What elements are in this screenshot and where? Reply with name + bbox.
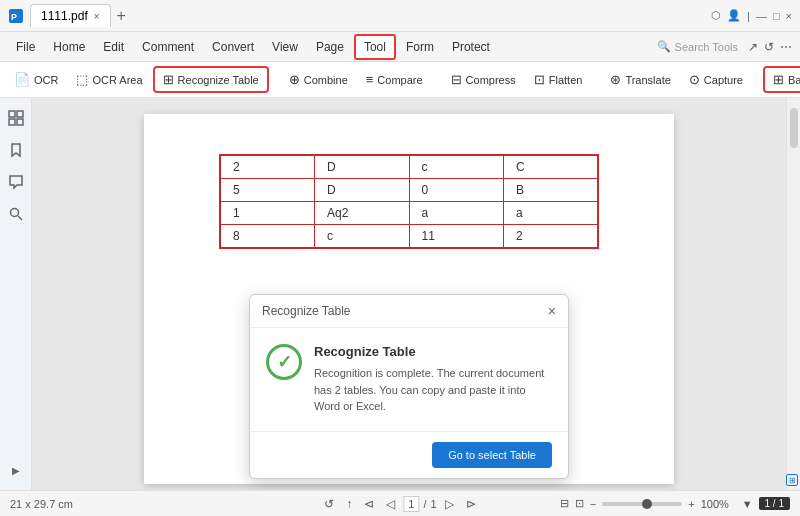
- menu-view[interactable]: View: [264, 36, 306, 58]
- table-cell: Aq2: [315, 202, 410, 225]
- table-cell: 2: [220, 155, 315, 179]
- separator: |: [747, 10, 750, 22]
- dialog-close-button[interactable]: ×: [548, 303, 556, 319]
- zoom-level: 100%: [701, 498, 736, 510]
- maximize-button[interactable]: □: [773, 10, 780, 22]
- menu-tool[interactable]: Tool: [354, 34, 396, 60]
- table-cell: C: [504, 155, 599, 179]
- nav-last-page[interactable]: ⊳: [462, 495, 480, 513]
- dialog-message: Recognition is complete. The current doc…: [314, 365, 552, 415]
- zoom-out-btn[interactable]: −: [590, 498, 596, 510]
- view-mode-icon[interactable]: ⊟: [560, 497, 569, 510]
- success-icon: ✓: [266, 344, 302, 380]
- title-bar: P 1111.pdf × + ⬡ 👤 | — □ ×: [0, 0, 800, 32]
- table-cell: D: [315, 155, 410, 179]
- combine-button[interactable]: ⊕ Combine: [281, 68, 356, 91]
- share-icon[interactable]: ⬡: [711, 9, 721, 22]
- table-cell: 8: [220, 225, 315, 249]
- content-area: 2 D c C 5 D 0 B 1 Aq2: [32, 98, 786, 490]
- search-icon: 🔍: [657, 40, 671, 53]
- new-tab-button[interactable]: +: [117, 7, 126, 25]
- close-button[interactable]: ×: [786, 10, 792, 22]
- sidebar-icon-bookmark[interactable]: [4, 138, 28, 162]
- sidebar-icon-search[interactable]: [4, 202, 28, 226]
- nav-prev-page[interactable]: ◁: [382, 495, 399, 513]
- capture-icon: ⊙: [689, 72, 700, 87]
- nav-cursor[interactable]: ↑: [342, 495, 356, 513]
- capture-button[interactable]: ⊙ Capture: [681, 68, 751, 91]
- zoom-in-btn[interactable]: +: [688, 498, 694, 510]
- table-cell: B: [504, 179, 599, 202]
- flatten-icon: ⊡: [534, 72, 545, 87]
- combine-icon: ⊕: [289, 72, 300, 87]
- fit-width-icon[interactable]: ⊡: [575, 497, 584, 510]
- zoom-dropdown-icon[interactable]: ▼: [742, 498, 753, 510]
- sidebar-expand-btn[interactable]: ▶: [4, 458, 28, 482]
- more-icon[interactable]: ⋯: [780, 40, 792, 54]
- table-cell: 5: [220, 179, 315, 202]
- dialog-body: ✓ Recognize Table Recognition is complet…: [250, 328, 568, 431]
- svg-rect-3: [17, 111, 23, 117]
- search-tools[interactable]: 🔍 Search Tools: [657, 40, 738, 53]
- menu-form[interactable]: Form: [398, 36, 442, 58]
- nav-rotate-left[interactable]: ↺: [320, 495, 338, 513]
- compress-icon: ⊟: [451, 72, 462, 87]
- right-scrollbar[interactable]: ⊞: [786, 98, 800, 490]
- menu-home[interactable]: Home: [45, 36, 93, 58]
- table-cell: a: [504, 202, 599, 225]
- sidebar-icon-comment[interactable]: [4, 170, 28, 194]
- batch-process-button[interactable]: ⊞ Batch Process: [763, 66, 800, 93]
- table-cell: c: [409, 155, 504, 179]
- sidebar-icon-thumbnail[interactable]: [4, 106, 28, 130]
- menu-right-icons: ↗ ↺ ⋯: [748, 40, 792, 54]
- table-cell: D: [315, 179, 410, 202]
- tab-filename: 1111.pdf: [41, 9, 88, 23]
- menu-convert[interactable]: Convert: [204, 36, 262, 58]
- svg-rect-2: [9, 111, 15, 117]
- table-cell: 2: [504, 225, 599, 249]
- dialog-heading: Recognize Table: [314, 344, 552, 359]
- zoom-thumb[interactable]: [642, 499, 652, 509]
- minimize-button[interactable]: —: [756, 10, 767, 22]
- account-icon[interactable]: 👤: [727, 9, 741, 22]
- table-cell: a: [409, 202, 504, 225]
- ocr-icon: 📄: [14, 72, 30, 87]
- compress-button[interactable]: ⊟ Compress: [443, 68, 524, 91]
- ocr-area-button[interactable]: ⬚ OCR Area: [68, 68, 150, 91]
- scroll-corner-button[interactable]: ⊞: [786, 474, 798, 486]
- page-separator: /: [423, 498, 426, 510]
- svg-point-6: [10, 209, 18, 217]
- nav-first-page[interactable]: ⊲: [360, 495, 378, 513]
- flatten-button[interactable]: ⊡ Flatten: [526, 68, 591, 91]
- zoom-slider[interactable]: [602, 502, 682, 506]
- compare-button[interactable]: ≡ Compare: [358, 68, 431, 91]
- menu-protect[interactable]: Protect: [444, 36, 498, 58]
- nav-next-page[interactable]: ▷: [441, 495, 458, 513]
- scroll-thumb[interactable]: [790, 108, 798, 148]
- translate-button[interactable]: ⊛ Translate: [602, 68, 678, 91]
- menu-comment[interactable]: Comment: [134, 36, 202, 58]
- status-bar: 21 x 29.7 cm ↺ ↑ ⊲ ◁ 1 / 1 ▷ ⊳ ⊟ ⊡ − + 1…: [0, 490, 800, 516]
- window-controls: ⬡ 👤 | — □ ×: [711, 9, 792, 22]
- recognize-table-button[interactable]: ⊞ Recognize Table: [153, 66, 269, 93]
- menu-file[interactable]: File: [8, 36, 43, 58]
- refresh-icon[interactable]: ↺: [764, 40, 774, 54]
- table-row: 2 D c C: [220, 155, 598, 179]
- external-link-icon[interactable]: ↗: [748, 40, 758, 54]
- table-row: 8 c 11 2: [220, 225, 598, 249]
- table-cell: 11: [409, 225, 504, 249]
- page-input[interactable]: 1: [403, 496, 419, 512]
- file-tab[interactable]: 1111.pdf ×: [30, 4, 111, 27]
- menu-page[interactable]: Page: [308, 36, 352, 58]
- table-row: 1 Aq2 a a: [220, 202, 598, 225]
- tab-close-btn[interactable]: ×: [94, 11, 100, 22]
- pdf-table: 2 D c C 5 D 0 B 1 Aq2: [219, 154, 599, 249]
- dialog-title-bar: Recognize Table ×: [250, 295, 568, 328]
- compare-icon: ≡: [366, 72, 374, 87]
- dialog-icon-area: ✓: [266, 344, 302, 415]
- menu-bar: File Home Edit Comment Convert View Page…: [0, 32, 800, 62]
- page-navigation: ↺ ↑ ⊲ ◁ 1 / 1 ▷ ⊳: [320, 495, 479, 513]
- go-to-select-table-button[interactable]: Go to select Table: [432, 442, 552, 468]
- menu-edit[interactable]: Edit: [95, 36, 132, 58]
- ocr-button[interactable]: 📄 OCR: [6, 68, 66, 91]
